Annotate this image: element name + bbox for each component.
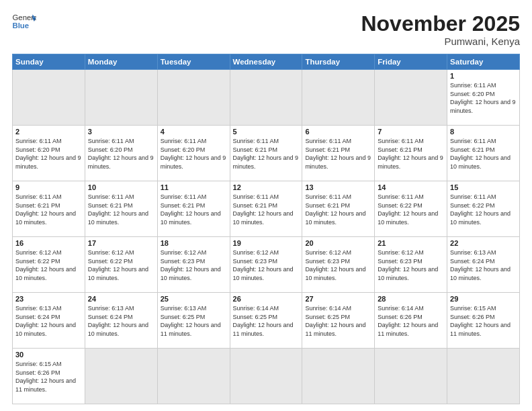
day-number: 2 xyxy=(15,128,82,136)
calendar-week-5: 23Sunrise: 6:13 AM Sunset: 6:24 PM Dayli… xyxy=(13,293,520,349)
day-number: 18 xyxy=(161,239,227,247)
title-block: November 2025 Pumwani, Kenya xyxy=(361,12,520,47)
calendar-week-2: 2Sunrise: 6:11 AM Sunset: 6:20 PM Daylig… xyxy=(13,126,520,181)
day-info: Sunrise: 6:11 AM Sunset: 6:21 PM Dayligh… xyxy=(233,137,300,171)
day-info: Sunrise: 6:12 AM Sunset: 6:22 PM Dayligh… xyxy=(88,248,154,282)
day-info: Sunrise: 6:15 AM Sunset: 6:26 PM Dayligh… xyxy=(15,360,82,394)
day-number: 22 xyxy=(450,239,517,247)
calendar-cell xyxy=(302,70,375,126)
day-number: 17 xyxy=(88,239,154,247)
day-number: 12 xyxy=(233,183,300,191)
day-info: Sunrise: 6:14 AM Sunset: 6:26 PM Dayligh… xyxy=(378,304,444,338)
day-number: 29 xyxy=(450,295,517,303)
day-number: 1 xyxy=(450,72,517,80)
day-number: 30 xyxy=(15,351,82,359)
day-info: Sunrise: 6:13 AM Sunset: 6:24 PM Dayligh… xyxy=(450,248,517,282)
page: General Blue November 2025 Pumwani, Keny… xyxy=(0,0,532,411)
calendar-cell: 17Sunrise: 6:12 AM Sunset: 6:22 PM Dayli… xyxy=(85,237,157,293)
header-tuesday: Tuesday xyxy=(157,54,230,70)
header-sunday: Sunday xyxy=(13,54,85,70)
day-info: Sunrise: 6:15 AM Sunset: 6:26 PM Dayligh… xyxy=(450,304,517,338)
calendar-cell: 7Sunrise: 6:11 AM Sunset: 6:21 PM Daylig… xyxy=(375,126,447,181)
day-info: Sunrise: 6:11 AM Sunset: 6:20 PM Dayligh… xyxy=(88,137,154,171)
calendar-cell: 16Sunrise: 6:12 AM Sunset: 6:22 PM Dayli… xyxy=(13,237,85,293)
day-info: Sunrise: 6:14 AM Sunset: 6:25 PM Dayligh… xyxy=(305,304,371,338)
calendar-cell: 4Sunrise: 6:11 AM Sunset: 6:20 PM Daylig… xyxy=(157,126,230,181)
day-info: Sunrise: 6:14 AM Sunset: 6:25 PM Dayligh… xyxy=(233,304,300,338)
calendar-cell xyxy=(13,70,85,126)
calendar-cell: 28Sunrise: 6:14 AM Sunset: 6:26 PM Dayli… xyxy=(375,293,447,349)
calendar-cell xyxy=(230,349,302,404)
day-info: Sunrise: 6:11 AM Sunset: 6:21 PM Dayligh… xyxy=(450,137,517,171)
calendar-week-6: 30Sunrise: 6:15 AM Sunset: 6:26 PM Dayli… xyxy=(13,349,520,404)
calendar-cell: 14Sunrise: 6:11 AM Sunset: 6:22 PM Dayli… xyxy=(375,181,447,237)
calendar-cell: 12Sunrise: 6:11 AM Sunset: 6:21 PM Dayli… xyxy=(230,181,302,237)
day-info: Sunrise: 6:12 AM Sunset: 6:23 PM Dayligh… xyxy=(233,248,300,282)
calendar-cell: 2Sunrise: 6:11 AM Sunset: 6:20 PM Daylig… xyxy=(13,126,85,181)
calendar-cell xyxy=(447,349,520,404)
day-info: Sunrise: 6:11 AM Sunset: 6:21 PM Dayligh… xyxy=(233,193,300,226)
calendar-week-4: 16Sunrise: 6:12 AM Sunset: 6:22 PM Dayli… xyxy=(13,237,520,293)
day-number: 11 xyxy=(161,183,227,191)
day-info: Sunrise: 6:13 AM Sunset: 6:24 PM Dayligh… xyxy=(88,304,154,338)
header-monday: Monday xyxy=(85,54,157,70)
calendar-cell: 5Sunrise: 6:11 AM Sunset: 6:21 PM Daylig… xyxy=(230,126,302,181)
calendar-cell xyxy=(375,349,447,404)
calendar-cell: 20Sunrise: 6:12 AM Sunset: 6:23 PM Dayli… xyxy=(302,237,375,293)
day-info: Sunrise: 6:11 AM Sunset: 6:21 PM Dayligh… xyxy=(378,137,444,171)
logo: General Blue xyxy=(12,12,36,31)
calendar-header-row: Sunday Monday Tuesday Wednesday Thursday… xyxy=(13,54,520,70)
calendar-cell: 3Sunrise: 6:11 AM Sunset: 6:20 PM Daylig… xyxy=(85,126,157,181)
calendar-cell xyxy=(85,70,157,126)
calendar-cell: 10Sunrise: 6:11 AM Sunset: 6:21 PM Dayli… xyxy=(85,181,157,237)
calendar-cell: 15Sunrise: 6:11 AM Sunset: 6:22 PM Dayli… xyxy=(447,181,520,237)
day-number: 15 xyxy=(450,183,517,191)
calendar-cell: 22Sunrise: 6:13 AM Sunset: 6:24 PM Dayli… xyxy=(447,237,520,293)
day-number: 10 xyxy=(88,183,154,191)
day-number: 23 xyxy=(15,295,82,303)
day-number: 25 xyxy=(161,295,227,303)
day-number: 14 xyxy=(378,183,444,191)
calendar-cell: 11Sunrise: 6:11 AM Sunset: 6:21 PM Dayli… xyxy=(157,181,230,237)
calendar-week-1: 1Sunrise: 6:11 AM Sunset: 6:20 PM Daylig… xyxy=(13,70,520,126)
day-number: 8 xyxy=(450,128,517,136)
calendar-cell xyxy=(375,70,447,126)
calendar-cell: 23Sunrise: 6:13 AM Sunset: 6:24 PM Dayli… xyxy=(13,293,85,349)
day-info: Sunrise: 6:11 AM Sunset: 6:21 PM Dayligh… xyxy=(88,193,154,226)
calendar-cell: 25Sunrise: 6:13 AM Sunset: 6:25 PM Dayli… xyxy=(157,293,230,349)
day-number: 27 xyxy=(305,295,371,303)
calendar-cell: 24Sunrise: 6:13 AM Sunset: 6:24 PM Dayli… xyxy=(85,293,157,349)
day-info: Sunrise: 6:11 AM Sunset: 6:21 PM Dayligh… xyxy=(15,193,82,226)
day-number: 3 xyxy=(88,128,154,136)
day-info: Sunrise: 6:12 AM Sunset: 6:23 PM Dayligh… xyxy=(378,248,444,282)
month-title: November 2025 xyxy=(361,12,520,36)
day-info: Sunrise: 6:11 AM Sunset: 6:22 PM Dayligh… xyxy=(378,193,444,226)
day-info: Sunrise: 6:13 AM Sunset: 6:25 PM Dayligh… xyxy=(161,304,227,338)
calendar-cell: 27Sunrise: 6:14 AM Sunset: 6:25 PM Dayli… xyxy=(302,293,375,349)
day-number: 19 xyxy=(233,239,300,247)
header-friday: Friday xyxy=(375,54,447,70)
calendar-cell: 30Sunrise: 6:15 AM Sunset: 6:26 PM Dayli… xyxy=(13,349,85,404)
day-info: Sunrise: 6:11 AM Sunset: 6:20 PM Dayligh… xyxy=(15,137,82,171)
day-info: Sunrise: 6:11 AM Sunset: 6:21 PM Dayligh… xyxy=(305,137,371,171)
calendar-cell xyxy=(230,70,302,126)
day-info: Sunrise: 6:11 AM Sunset: 6:22 PM Dayligh… xyxy=(450,193,517,226)
day-info: Sunrise: 6:11 AM Sunset: 6:20 PM Dayligh… xyxy=(450,81,517,115)
day-number: 20 xyxy=(305,239,371,247)
day-info: Sunrise: 6:12 AM Sunset: 6:23 PM Dayligh… xyxy=(305,248,371,282)
day-number: 26 xyxy=(233,295,300,303)
calendar-cell: 18Sunrise: 6:12 AM Sunset: 6:23 PM Dayli… xyxy=(157,237,230,293)
day-number: 6 xyxy=(305,128,371,136)
header-saturday: Saturday xyxy=(447,54,520,70)
day-number: 4 xyxy=(161,128,227,136)
calendar-cell: 13Sunrise: 6:11 AM Sunset: 6:21 PM Dayli… xyxy=(302,181,375,237)
calendar-cell xyxy=(157,70,230,126)
calendar-cell xyxy=(157,349,230,404)
day-number: 28 xyxy=(378,295,444,303)
day-number: 5 xyxy=(233,128,300,136)
calendar-week-3: 9Sunrise: 6:11 AM Sunset: 6:21 PM Daylig… xyxy=(13,181,520,237)
calendar-cell: 19Sunrise: 6:12 AM Sunset: 6:23 PM Dayli… xyxy=(230,237,302,293)
calendar-cell xyxy=(302,349,375,404)
calendar-cell xyxy=(85,349,157,404)
day-info: Sunrise: 6:12 AM Sunset: 6:23 PM Dayligh… xyxy=(161,248,227,282)
